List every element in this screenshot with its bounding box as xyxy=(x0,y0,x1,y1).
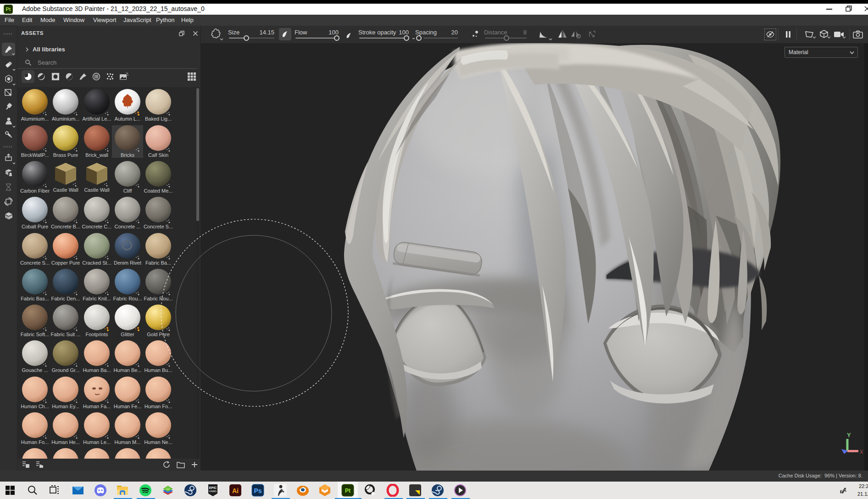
svg-text:X: X xyxy=(860,449,863,455)
svg-text:Pt: Pt xyxy=(345,488,351,494)
svg-text:GAMES: GAMES xyxy=(209,490,217,493)
svg-text:Ai: Ai xyxy=(232,487,239,494)
svg-text:Y: Y xyxy=(847,432,851,438)
svg-text:Ps: Ps xyxy=(254,487,262,494)
svg-text:EPIC: EPIC xyxy=(209,486,217,489)
